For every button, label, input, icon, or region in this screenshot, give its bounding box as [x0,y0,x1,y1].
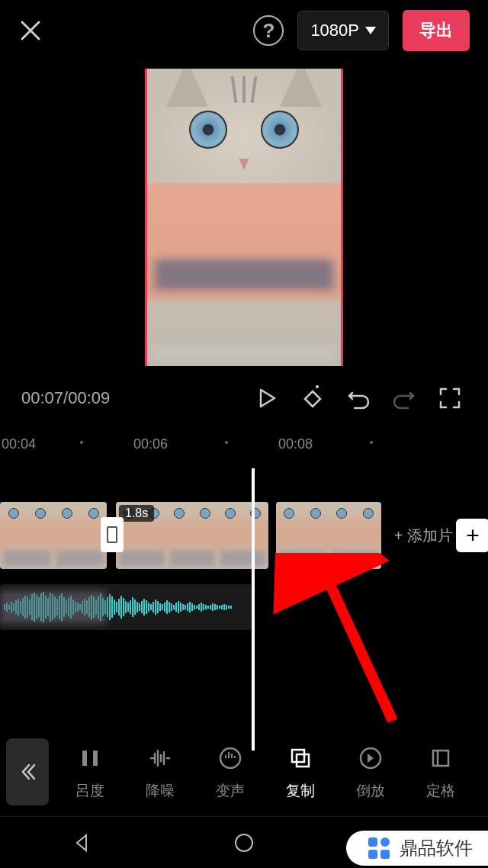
add-clip-button[interactable]: + [456,519,488,552]
tool-noise-reduction[interactable]: 降噪 [125,743,195,801]
tool-freeze[interactable]: 定格 [406,743,476,801]
nav-home[interactable] [230,829,258,857]
svg-rect-1 [82,751,87,766]
export-button[interactable]: 导出 [403,10,470,51]
video-clip[interactable] [276,502,381,569]
transition-button[interactable] [101,517,124,552]
svg-rect-7 [433,751,448,766]
help-icon[interactable]: ? [253,15,284,46]
svg-rect-12 [380,837,390,847]
watermark: 鼎品软件 [346,831,488,866]
ruler-tick: 00:04 [2,436,36,452]
svg-rect-5 [297,754,309,767]
time-display: 00:07/00:09 [21,388,238,408]
noise-icon [145,743,175,773]
voice-icon [215,743,246,773]
svg-point-3 [220,748,240,768]
video-clip[interactable] [0,502,107,569]
tool-reverse[interactable]: 倒放 [336,743,406,801]
svg-rect-11 [368,837,377,847]
chevron-down-icon [365,27,376,34]
fullscreen-button[interactable] [433,381,467,415]
tool-voice-change[interactable]: 变声 [195,743,265,801]
resolution-label: 1080P [310,21,359,40]
ruler-tick: 00:06 [133,436,168,452]
reverse-icon [355,743,386,773]
watermark-logo-icon [366,835,392,861]
preview-area [0,61,488,366]
watermark-text: 鼎品软件 [400,836,473,860]
collapse-button[interactable] [6,738,49,805]
tool-copy[interactable]: 复制 [265,743,336,801]
play-button[interactable] [250,381,284,415]
svg-point-9 [236,834,252,851]
preview-frame[interactable] [145,69,343,366]
copy-icon [285,743,316,773]
nav-back[interactable] [68,829,95,857]
freeze-icon [425,743,456,773]
undo-button[interactable] [342,381,375,415]
ruler-tick: 00:08 [278,436,313,452]
close-button[interactable] [18,18,43,43]
resolution-button[interactable]: 1080P [297,11,389,50]
svg-rect-2 [93,751,98,766]
svg-rect-14 [380,850,390,859]
speed-icon [75,743,105,773]
svg-rect-13 [368,850,377,859]
clip-duration-badge: 1.8s [119,505,154,522]
svg-rect-4 [292,750,304,762]
timeline-ruler[interactable]: 00:04 00:06 00:08 [0,430,488,453]
tool-speed[interactable]: 呂度 [55,743,125,801]
toolbar: 呂度 降噪 变声 复制 倒放 定格 [0,728,488,816]
timeline[interactable]: 1.8s + 添加片 + [0,453,488,751]
keyframe-button[interactable] [296,381,329,415]
add-clip-label: + 添加片 [394,526,453,546]
video-clip[interactable]: 1.8s [116,502,268,569]
audio-track[interactable] [0,584,252,630]
redo-button[interactable] [387,381,421,415]
playhead[interactable] [252,468,255,751]
